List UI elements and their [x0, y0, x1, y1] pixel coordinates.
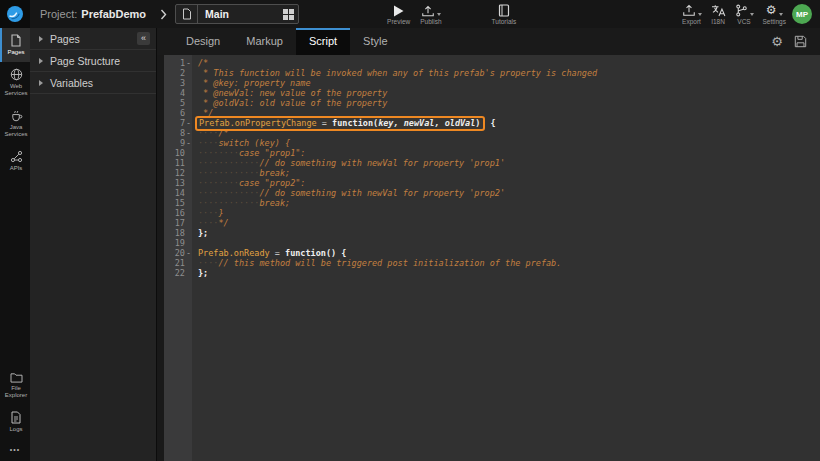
tutorials-button[interactable]: Tutorials	[492, 4, 517, 25]
rail-item-apis[interactable]: APIs	[0, 144, 30, 178]
line-number[interactable]: 20-	[164, 248, 192, 258]
more-options-ellipsis-icon[interactable]: •••	[0, 438, 30, 457]
code-line[interactable]: 9-····switch (key) {	[164, 138, 820, 148]
line-number[interactable]: 19	[164, 238, 192, 248]
line-number[interactable]: 17	[164, 218, 192, 228]
code-line[interactable]: 20-Prefab.onReady = function() {	[164, 248, 820, 258]
code-line[interactable]: 11············// do something with newVa…	[164, 158, 820, 168]
tab-script[interactable]: Script	[296, 28, 350, 55]
fold-marker-empty	[185, 228, 192, 238]
line-number[interactable]: 4	[164, 88, 192, 98]
tab-design[interactable]: Design	[173, 28, 233, 55]
line-number[interactable]: 11	[164, 158, 192, 168]
fold-marker-empty	[185, 148, 192, 158]
play-icon	[393, 5, 404, 17]
fold-marker-empty	[185, 78, 192, 88]
code-line[interactable]: 17····*/	[164, 218, 820, 228]
tab-style[interactable]: Style	[350, 28, 400, 55]
tutorials-icon	[498, 4, 510, 17]
fold-marker-empty	[185, 178, 192, 188]
i18n-translate-icon	[711, 4, 726, 17]
vcs-button[interactable]: VCS	[735, 4, 754, 25]
fold-marker-empty	[185, 168, 192, 178]
code-line[interactable]: 16····}	[164, 208, 820, 218]
tab-markup[interactable]: Markup	[233, 28, 296, 55]
code-line[interactable]: 15············break;	[164, 198, 820, 208]
line-number[interactable]: 8-	[164, 128, 192, 138]
rail-item-java-services[interactable]: Java Services	[0, 103, 30, 144]
line-number[interactable]: 15	[164, 198, 192, 208]
page-selector[interactable]: Main	[175, 4, 299, 24]
i18n-button[interactable]: I18N	[711, 4, 726, 25]
collapse-panel-button[interactable]: «	[137, 32, 150, 45]
settings-label: Settings	[763, 18, 787, 25]
code-line[interactable]: 13········case "prop2":	[164, 178, 820, 188]
rail-item-web-services[interactable]: Web Services	[0, 62, 30, 103]
highlighted-code-box: Prefab.onPropertyChange = function(key, …	[195, 116, 485, 131]
code-line[interactable]: 19	[164, 238, 820, 248]
line-number[interactable]: 22	[164, 268, 192, 278]
code-line[interactable]: 1-/*	[164, 58, 820, 68]
main-area: Design Markup Script Style ⚙ 1-/*2 * Thi…	[157, 28, 820, 461]
code-lines: 1-/*2 * This function will be invoked wh…	[164, 55, 820, 278]
code-line[interactable]: 7-Prefab.onPropertyChange = function(key…	[164, 118, 820, 128]
fold-marker-icon[interactable]: -	[185, 138, 192, 148]
user-avatar[interactable]: MP	[792, 4, 812, 24]
rail-item-pages[interactable]: Pages	[0, 28, 30, 62]
line-number[interactable]: 3	[164, 78, 192, 88]
line-number[interactable]: 9-	[164, 138, 192, 148]
code-line[interactable]: 10········case "prop1":	[164, 148, 820, 158]
rail-label: Logs	[9, 426, 22, 434]
code-line[interactable]: 2 * This function will be invoked when a…	[164, 68, 820, 78]
line-number[interactable]: 6	[164, 108, 192, 118]
wavemaker-logo-icon	[6, 5, 24, 23]
pages-icon	[10, 34, 22, 47]
code-line[interactable]: 3 * @key: property name	[164, 78, 820, 88]
save-icon[interactable]	[794, 35, 807, 48]
settings-button[interactable]: ⚙ Settings	[763, 4, 787, 25]
panel-item-variables[interactable]: Variables	[30, 72, 156, 94]
code-line[interactable]: 18};	[164, 228, 820, 238]
panel-item-pages[interactable]: Pages «	[30, 28, 156, 50]
line-number[interactable]: 13	[164, 178, 192, 188]
fold-marker-icon[interactable]: -	[185, 118, 192, 128]
code-line[interactable]: 21····// this method will be triggered p…	[164, 258, 820, 268]
fold-marker-icon[interactable]: -	[185, 58, 192, 68]
fold-marker-empty	[185, 218, 192, 228]
preview-button[interactable]: Preview	[387, 4, 410, 25]
code-line[interactable]: 4 * @newVal: new value of the property	[164, 88, 820, 98]
code-line[interactable]: 5 * @oldVal: old value of the property	[164, 98, 820, 108]
fold-marker-icon[interactable]: -	[185, 128, 192, 138]
line-number[interactable]: 10	[164, 148, 192, 158]
code-editor[interactable]: 1-/*2 * This function will be invoked wh…	[157, 55, 820, 461]
fold-marker-empty	[185, 268, 192, 278]
rail-item-logs[interactable]: Logs	[0, 405, 30, 439]
logs-icon	[10, 411, 22, 424]
export-button[interactable]: Export	[682, 4, 702, 25]
code-line[interactable]: 22};	[164, 268, 820, 278]
line-number[interactable]: 16	[164, 208, 192, 218]
line-number[interactable]: 5	[164, 98, 192, 108]
line-number[interactable]: 1-	[164, 58, 192, 68]
publish-button[interactable]: Publish	[420, 4, 441, 25]
grid-view-icon[interactable]	[278, 9, 298, 20]
rail-label: Java Services	[2, 124, 30, 139]
line-number[interactable]: 18	[164, 228, 192, 238]
line-number[interactable]: 21	[164, 258, 192, 268]
vcs-label: VCS	[737, 18, 750, 25]
fold-marker-icon[interactable]: -	[185, 248, 192, 258]
line-number[interactable]: 14	[164, 188, 192, 198]
code-line[interactable]: 14············// do something with newVa…	[164, 188, 820, 198]
wavemaker-logo[interactable]	[0, 0, 30, 28]
line-number[interactable]: 7-	[164, 118, 192, 128]
rail-item-file-explorer[interactable]: File Explorer	[0, 366, 30, 405]
panel-item-page-structure[interactable]: Page Structure	[30, 50, 156, 72]
i18n-label: I18N	[711, 18, 725, 25]
chevron-down-icon	[698, 13, 702, 16]
line-number[interactable]: 12	[164, 168, 192, 178]
export-icon	[682, 4, 696, 17]
code-line[interactable]: 12············break;	[164, 168, 820, 178]
export-label: Export	[682, 18, 701, 25]
editor-settings-gear-icon[interactable]: ⚙	[771, 35, 783, 48]
line-number[interactable]: 2	[164, 68, 192, 78]
